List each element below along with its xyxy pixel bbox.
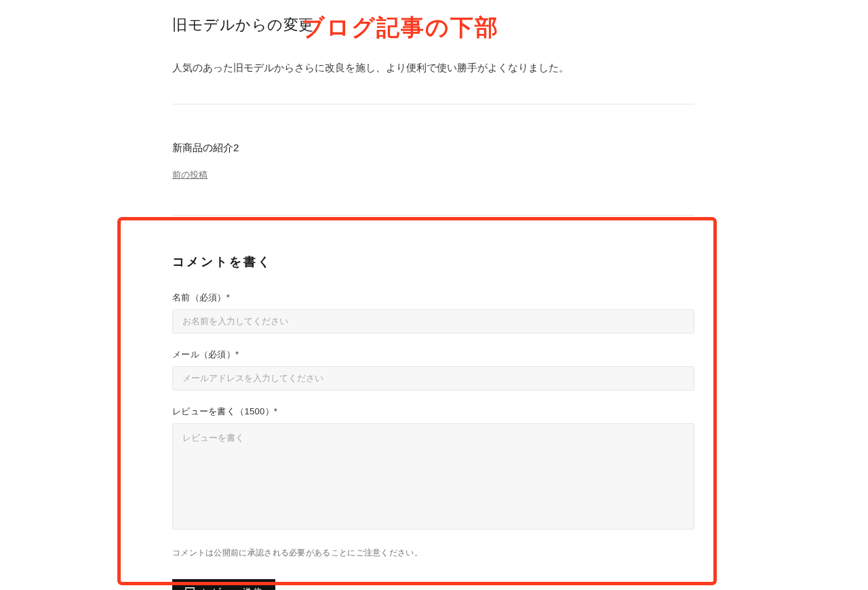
post-navigation: 新商品の紹介2 前の投稿 <box>172 104 694 215</box>
comment-note: コメントは公開前に承認される必要があることにご注意ください。 <box>172 547 694 559</box>
submit-button-label: レビュー送信 <box>202 587 263 591</box>
name-label: 名前（必須）* <box>172 292 694 304</box>
name-input[interactable] <box>172 309 694 334</box>
prev-post-link[interactable]: 前の投稿 <box>172 170 208 180</box>
email-group: メール（必須）* <box>172 349 694 391</box>
review-textarea[interactable] <box>172 423 694 530</box>
name-group: 名前（必須）* <box>172 292 694 334</box>
article-title: 旧モデルからの変更 <box>172 15 694 35</box>
article-body: 人気のあった旧モデルからさらに改良を施し、より便利で使い勝手がよくなりました。 <box>172 59 694 77</box>
prev-post-title: 新商品の紹介2 <box>172 142 694 155</box>
comment-section: コメントを書く 名前（必須）* メール（必須）* レビューを書く（1500）* … <box>172 216 694 591</box>
email-label: メール（必須）* <box>172 349 694 361</box>
comment-icon <box>184 587 195 591</box>
review-label: レビューを書く（1500）* <box>172 406 694 418</box>
submit-button[interactable]: レビュー送信 <box>172 579 275 591</box>
comment-heading: コメントを書く <box>172 254 694 270</box>
review-group: レビューを書く（1500）* <box>172 406 694 532</box>
email-input[interactable] <box>172 366 694 391</box>
